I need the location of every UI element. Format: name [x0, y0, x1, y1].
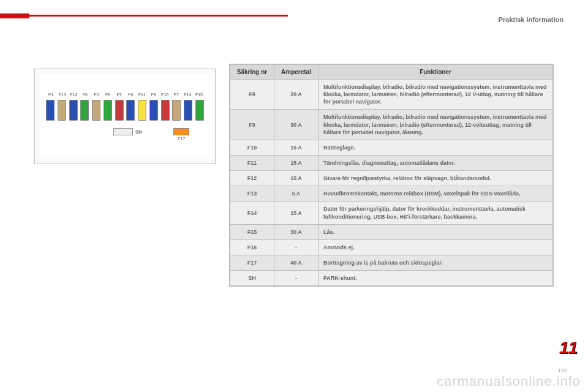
- table-row: F1740 ABorttagning av is på bakruta och …: [230, 255, 553, 270]
- fuse-label: F12: [69, 92, 78, 97]
- cell-amps: -: [274, 239, 318, 255]
- fuse-label: F8: [148, 92, 158, 97]
- fuse-block: [80, 100, 89, 121]
- watermark: carmanualsonline.info: [437, 374, 581, 390]
- col-amps: Amperetal: [274, 65, 318, 80]
- f17-fuse-box: [173, 128, 189, 135]
- fuse-label: F13: [58, 92, 67, 97]
- cell-func: Tändningslås, diagnosuttag, automatlådan…: [318, 155, 553, 170]
- fuse-label: F11: [137, 92, 147, 97]
- fuse-diagram-inner: F1F13F12F6F5F9F3F4F11F8F10F7F14F15 SH F1…: [40, 74, 210, 159]
- cell-amps: 15 A: [274, 140, 318, 155]
- cell-fuse: F16: [230, 239, 274, 255]
- cell-fuse: F15: [230, 224, 274, 239]
- fuse-label: F14: [183, 92, 192, 97]
- fuse-block: [69, 100, 78, 121]
- cell-fuse: F11: [230, 155, 274, 170]
- accent-block: [0, 13, 29, 18]
- cell-amps: 30 A: [274, 224, 318, 239]
- cell-amps: 30 A: [274, 110, 318, 140]
- fuse-diagram: F1F13F12F6F5F9F3F4F11F8F10F7F14F15 SH F1…: [34, 69, 216, 164]
- table-row: SH-PARK-shunt.: [230, 271, 553, 286]
- cell-fuse: SH: [230, 271, 274, 286]
- table-row: F1015 ARattreglage.: [230, 140, 553, 155]
- table-row: F16-Används ej.: [230, 239, 553, 255]
- fuse-label-row: F1F13F12F6F5F9F3F4F11F8F10F7F14F15: [46, 92, 204, 97]
- table-row: F820 AMultifunktionsdisplay, bilradio, b…: [230, 80, 553, 110]
- cell-fuse: F12: [230, 171, 274, 186]
- fuse-label: F3: [115, 92, 124, 97]
- sh-fuse: SH: [113, 128, 142, 135]
- fuse-block-row: [46, 100, 204, 121]
- sh-fuse-box: [113, 128, 133, 135]
- fuse-block: [92, 100, 100, 121]
- fuse-block: [115, 100, 124, 121]
- fuse-label: F5: [91, 92, 101, 97]
- fuse-label: F7: [172, 92, 181, 97]
- cell-func: Huvudbromskontakt, motorns reläbox (BSM)…: [318, 186, 553, 202]
- fuse-block: [104, 100, 112, 121]
- f17-fuse-label: F17: [173, 137, 189, 141]
- page-number: 195: [558, 368, 567, 374]
- table-row: F1215 AGivare för regn/ljusstyrka, reläb…: [230, 171, 553, 186]
- cell-fuse: F13: [230, 186, 274, 202]
- fuse-label: F6: [80, 92, 90, 97]
- fuse-label: F10: [160, 92, 170, 97]
- cell-func: Används ej.: [318, 239, 553, 255]
- cell-amps: 40 A: [274, 255, 318, 270]
- cell-func: Givare för regn/ljusstyrka, reläbox för …: [318, 171, 553, 186]
- table-row: F1530 ALås.: [230, 224, 553, 239]
- chapter-number: 11: [559, 338, 577, 358]
- cell-fuse: F10: [230, 140, 274, 155]
- fuse-block: [46, 100, 55, 121]
- cell-func: Rattreglage.: [318, 140, 553, 155]
- top-accent-bar: [0, 13, 288, 18]
- cell-func: Borttagning av is på bakruta och sidospe…: [318, 255, 553, 270]
- fuse-block: [126, 100, 135, 121]
- fuse-block: [184, 100, 192, 121]
- cell-fuse: F17: [230, 255, 274, 270]
- sh-fuse-label: SH: [135, 129, 142, 135]
- cell-func: Dator för parkeringshjälp, dator för kro…: [318, 202, 553, 224]
- col-fuse: Säkring nr: [230, 65, 274, 80]
- fuse-label: F4: [126, 92, 135, 97]
- cell-amps: -: [274, 271, 318, 286]
- fuse-block: [195, 100, 204, 121]
- cell-func: PARK-shunt.: [318, 271, 553, 286]
- fuse-label: F1: [46, 92, 56, 97]
- cell-amps: 5 A: [274, 186, 318, 202]
- table-row: F135 AHuvudbromskontakt, motorns reläbox…: [230, 186, 553, 202]
- cell-func: Multifunktionsdisplay, bilradio, bilradi…: [318, 110, 553, 140]
- fuse-block: [138, 100, 146, 121]
- cell-amps: 20 A: [274, 80, 318, 110]
- section-title: Praktisk information: [499, 16, 564, 23]
- fuse-block: [58, 100, 66, 121]
- cell-fuse: F8: [230, 80, 274, 110]
- cell-amps: 15 A: [274, 202, 318, 224]
- f17-fuse: F17: [173, 128, 189, 141]
- col-functions: Funktioner: [318, 65, 553, 80]
- cell-amps: 15 A: [274, 155, 318, 170]
- accent-line: [29, 15, 288, 17]
- fuse-block: [172, 100, 181, 121]
- cell-fuse: F14: [230, 202, 274, 224]
- cell-amps: 15 A: [274, 171, 318, 186]
- fuse-block: [149, 100, 158, 121]
- cell-func: Lås.: [318, 224, 553, 239]
- table-row: F1115 ATändningslås, diagnosuttag, autom…: [230, 155, 553, 170]
- fuse-table: Säkring nr Amperetal Funktioner F820 AMu…: [229, 64, 554, 287]
- fuse-label: F9: [103, 92, 113, 97]
- cell-fuse: F9: [230, 110, 274, 140]
- fuse-label: F15: [194, 92, 204, 97]
- table-row: F930 AMultifunktionsdisplay, bilradio, b…: [230, 110, 553, 140]
- fuse-block: [161, 100, 170, 121]
- cell-func: Multifunktionsdisplay, bilradio, bilradi…: [318, 80, 553, 110]
- table-row: F1415 ADator för parkeringshjälp, dator …: [230, 202, 553, 224]
